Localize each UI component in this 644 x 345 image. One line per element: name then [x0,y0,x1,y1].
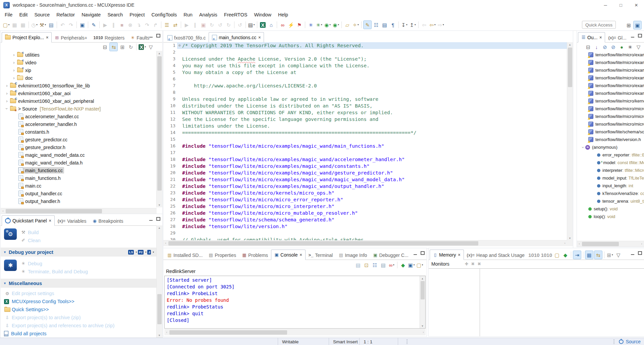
tree-item-gesture-predictor-h[interactable]: gesture_predictor.h [1,143,157,151]
minimize-view-icon[interactable] [631,37,634,38]
close-icon[interactable]: × [458,253,461,257]
maximize-view-icon[interactable] [421,251,425,255]
quickstart-link-mcuxpresso-config-tools[interactable]: XMCUXpresso Config Tools>> [4,297,157,305]
maximize-view-icon[interactable] [638,34,642,38]
open-perspective-icon[interactable]: ⊞ [625,21,633,29]
quickstart-link-quick-settings[interactable]: Quick Settings>> [4,305,157,314]
chevron-right-icon[interactable]: › [4,91,10,96]
quickstart-vertical-scrollbar[interactable]: ▲ ▼ [156,225,162,338]
dropdown-arrow-icon[interactable]: ▾ [434,23,436,26]
pin-console-icon[interactable]: ▤ [379,261,387,269]
outline-item-tensorflow-lite-schema-schema-generated-h[interactable]: tensorflow/lite/schema/schema_generated.… [577,128,644,136]
probe-badge-p2[interactable]: P2 [138,250,144,255]
editor-vertical-scrollbar[interactable]: ▲ ▼ [567,42,573,240]
scrollbar-thumb[interactable] [6,209,102,213]
scroll-right-icon[interactable]: › [562,240,567,246]
dropdown-arrow-icon[interactable]: ▾ [415,23,416,26]
redo-icon[interactable]: ↷ [67,21,75,29]
tree-item-evkmimxrt1060-xbar-aoi[interactable]: ›evkmimxrt1060_xbar_aoi [1,89,157,97]
chevron-right-icon[interactable]: › [11,75,17,80]
outline-item-setup[interactable]: setup() : void [577,205,644,213]
layout-icon[interactable]: ⊞▾ [606,251,614,259]
tab-breakpoints[interactable]: ◉Breakpoints [90,216,126,226]
minimize-view-icon[interactable] [149,220,153,221]
code-line-29[interactable]: 29 [163,230,567,236]
add-monitor-icon[interactable]: ✚ [465,262,468,266]
code-line-1[interactable]: 1⊖/* Copyright 2019 The TensorFlow Autho… [163,42,567,49]
collapse-all-icon[interactable]: ⊟ [101,43,109,51]
back-icon[interactable]: ⇦▾ [429,21,436,29]
pin-view-icon[interactable]: ⊞ [118,43,126,51]
import-memory-icon[interactable]: 1010 [541,251,552,259]
console-horizontal-scrollbar[interactable]: ‹ › [164,329,426,335]
mcux-filter-icon[interactable]: X▾ [138,43,146,51]
tab-image-info[interactable]: ▤Image Info [336,250,370,260]
link-server-icon[interactable]: ∞ [279,21,286,29]
close-icon[interactable]: × [258,35,261,40]
pause-history-icon[interactable]: ∥ [191,21,199,29]
last-edit-location-icon[interactable]: ⇦ [420,21,428,29]
instruction-stepping-icon[interactable]: ☰ [163,21,171,29]
view-menu-icon[interactable]: ▽ [614,251,622,259]
menu-navigate[interactable]: Navigate [78,12,104,17]
build-icon[interactable]: ⚒▾ [39,21,47,29]
view-menu-icon[interactable]: ▽ [147,43,155,51]
tree-item-accelerometer-handler-cc[interactable]: accelerometer_handler.cc [1,113,157,120]
tab-peripherals[interactable]: ⊞Peripherals+ [52,33,90,43]
scrollbar-thumb[interactable] [168,241,478,246]
su​spend-icon[interactable]: ∥ [110,21,117,29]
jlink-flash-icon[interactable]: ⚡ [287,21,295,29]
chevron-right-icon[interactable]: › [4,98,10,104]
scroll-left-icon[interactable]: ‹ [577,241,582,247]
collapse-all-icon[interactable]: ⊟ [584,43,592,51]
step-into-icon[interactable]: ↴ [135,21,143,29]
scroll-up-icon[interactable]: ▲ [567,42,573,47]
tab-memory[interactable]: ▯Memory× [430,250,464,260]
tree-item-utilities[interactable]: ›utilities [1,51,157,59]
scrollbar-thumb[interactable] [157,56,162,191]
dropdown-arrow-icon[interactable]: ▾ [145,46,146,48]
export-memory-icon[interactable]: 1010 [528,251,540,259]
outline-item-interpreter[interactable]: interpreter : tflite::MicroInterpreter* [577,166,644,174]
quick-access-button[interactable]: Quick Access [582,21,616,29]
relaunch-icon[interactable]: ↻ [208,21,216,29]
dropdown-arrow-icon[interactable]: ▾ [329,23,331,26]
menu-analysis[interactable]: Analysis [196,12,221,17]
tab-heap-and-stack-usage[interactable]: (x)=Heap and Stack Usage [464,250,528,260]
chevron-right-icon[interactable]: › [4,83,10,88]
skip-all-breakpoints-icon[interactable]: ◷▾ [31,21,38,29]
outline-item-model-input[interactable]: model_input : TfLiteTensor* [577,174,644,182]
debug-section-header[interactable]: ▼ Debug your project LS▾P2▾J▾ [1,248,157,257]
home-icon[interactable]: ⌂ [267,21,275,29]
tab-variables[interactable]: (x)=Variables [55,216,90,226]
step-over-icon[interactable]: ↷ [143,21,151,29]
tree-item-output-handler-cc[interactable]: output_handler.cc [1,190,157,197]
code-line-17[interactable]: 17 [163,149,567,156]
new-console-view-icon[interactable]: ▢▾ [416,261,424,269]
source-label[interactable]: Source [626,339,641,344]
menu-refactor[interactable]: Refactor [53,12,78,17]
highlight-marker-icon[interactable]: ✎ [363,20,372,29]
debug-attach-icon[interactable]: ✳ [307,21,315,29]
code-line-22[interactable]: 22#include "tensorflow/lite/micro/exampl… [163,183,567,190]
dropdown-arrow-icon[interactable]: ▾ [422,264,423,266]
menu-window[interactable]: Window [251,12,275,17]
link-with-editor-icon[interactable]: ⇆ [109,43,118,51]
code-line-3[interactable]: 3Licensed under the Apache License, Vers… [163,56,567,62]
maximize-view-icon[interactable] [638,251,642,255]
dropdown-arrow-icon[interactable]: ▾ [145,251,147,254]
resume-icon[interactable]: ▶ [101,21,109,29]
remove-all-monitors-icon[interactable]: ✖ [478,262,481,266]
tree-item-video[interactable]: ›video [1,59,157,66]
terminate-icon[interactable]: ■ [118,21,126,29]
switch-layout-icon[interactable]: ⇆ [594,251,602,259]
outline-item-tensorflow-lite-micro-micro-mutable-op-resolver-h[interactable]: tensorflow/lite/micro/micro_mutable_op_r… [577,120,644,128]
code-line-2[interactable]: 2 [163,49,567,56]
menu-freertos[interactable]: FreeRTOS [221,12,251,17]
code-line-15[interactable]: 15 [163,136,567,143]
outline-item-tensorflow-lite-micro-examples-magic-wand-constants-h[interactable]: tensorflow/lite/micro/examples/magic_wan… [577,66,644,74]
code-editor[interactable]: 1⊖/* Copyright 2019 The TensorFlow Autho… [163,42,567,240]
tree-item-main-functions-cc[interactable]: main_functions.cc [1,166,157,174]
save-all-icon[interactable]: ▦ [19,21,27,29]
tree-item-output-handler-h[interactable]: output_handler.h [1,197,157,205]
